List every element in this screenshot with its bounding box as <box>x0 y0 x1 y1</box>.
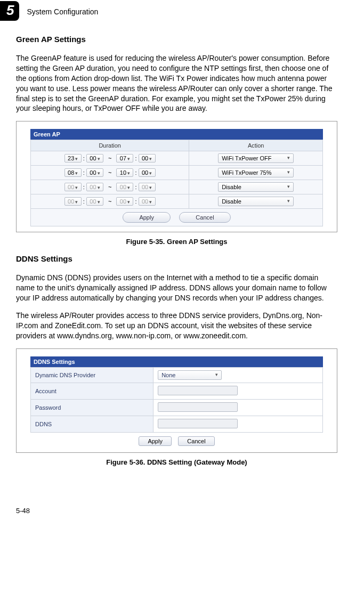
apply-button[interactable]: Apply <box>123 212 171 223</box>
minute-end-select: 00▾ <box>139 183 156 191</box>
chevron-down-icon: ▾ <box>74 185 78 190</box>
ddns-input[interactable] <box>158 419 238 428</box>
table-row: 00▾ : 00▾ ~ 00▾ : 00▾ Disable▾ <box>31 194 323 209</box>
ddns-table: Dynamic DNS Provider None▾ Account Passw… <box>30 367 323 433</box>
label-password: Password <box>31 399 153 416</box>
chevron-down-icon: ▾ <box>74 156 78 161</box>
minute-end-select[interactable]: 00▾ <box>139 168 156 177</box>
figure-caption-ddns: Figure 5-36. DDNS Setting (Gateway Mode) <box>16 458 337 466</box>
chevron-down-icon: ▾ <box>96 185 100 190</box>
hour-start-select[interactable]: 23▾ <box>64 154 82 163</box>
chevron-down-icon: ▾ <box>286 198 290 204</box>
minute-start-select[interactable]: 00▾ <box>86 154 103 163</box>
table-row: 00▾ : 00▾ ~ 00▾ : 00▾ Disable▾ <box>31 180 323 194</box>
ddns-paragraph-1: Dynamic DNS (DDNS) provides users on the… <box>16 273 337 303</box>
chevron-down-icon: ▾ <box>126 185 130 190</box>
minute-end-select: 00▾ <box>139 197 156 206</box>
minute-end-select[interactable]: 00▾ <box>139 154 156 163</box>
hour-end-select: 00▾ <box>116 183 133 191</box>
range-separator: ~ <box>105 184 115 190</box>
minute-start-select[interactable]: 00▾ <box>86 168 103 177</box>
label-account: Account <box>31 383 153 399</box>
chevron-down-icon: ▾ <box>286 155 290 160</box>
chevron-down-icon: ▾ <box>74 170 78 176</box>
greenap-panel-title: Green AP <box>30 129 323 140</box>
range-separator: ~ <box>105 169 115 176</box>
chevron-down-icon: ▾ <box>96 170 100 176</box>
table-row: 23▾ : 00▾ ~ 07▾ : 00▾ WiFi TxPower OFF▾ <box>31 151 323 166</box>
minute-start-select: 00▾ <box>86 197 103 206</box>
chevron-down-icon: ▾ <box>148 170 152 176</box>
chapter-number: 5 <box>0 1 19 21</box>
chevron-down-icon: ▾ <box>126 170 130 176</box>
ddns-paragraph-2: The wireless AP/Router provides access t… <box>16 311 337 341</box>
chevron-down-icon: ▾ <box>96 156 100 161</box>
range-separator: ~ <box>105 155 115 161</box>
hour-end-select[interactable]: 07▾ <box>116 154 133 163</box>
action-select[interactable]: WiFi TxPower OFF▾ <box>218 153 294 163</box>
figure-caption-greenap: Figure 5-35. Green AP Settings <box>16 238 337 246</box>
hour-start-select: 00▾ <box>64 183 82 191</box>
hour-end-select: 00▾ <box>116 197 133 206</box>
hour-start-select[interactable]: 08▾ <box>64 168 82 177</box>
greenap-paragraph: The GreenAP feature is used for reducing… <box>16 53 337 113</box>
page-number: 5-48 <box>16 507 364 515</box>
chapter-title: System Configuration <box>27 6 98 16</box>
chapter-header: 5 System Configuration <box>0 0 364 21</box>
chevron-down-icon: ▾ <box>148 199 152 205</box>
action-select[interactable]: Disable▾ <box>218 197 294 206</box>
figure-greenap: Green AP Duration Action 23▾ : 00▾ ~ 07▾… <box>16 121 337 232</box>
action-select[interactable]: WiFi TxPower 75%▾ <box>218 168 294 177</box>
range-separator: ~ <box>105 198 115 205</box>
chevron-down-icon: ▾ <box>286 184 290 189</box>
hour-start-select: 00▾ <box>64 197 82 206</box>
chevron-down-icon: ▾ <box>126 199 130 205</box>
chevron-down-icon: ▾ <box>126 156 130 161</box>
label-provider: Dynamic DNS Provider <box>31 367 153 383</box>
label-ddns: DDNS <box>31 416 153 432</box>
col-duration: Duration <box>31 140 189 151</box>
button-bar: Apply Cancel <box>30 209 323 226</box>
hour-end-select[interactable]: 10▾ <box>116 168 133 177</box>
chevron-down-icon: ▾ <box>148 185 152 190</box>
section-heading-greenap: Green AP Settings <box>16 35 337 44</box>
provider-select[interactable]: None▾ <box>158 370 222 380</box>
button-bar: Apply Cancel <box>30 433 323 447</box>
cancel-button[interactable]: Cancel <box>179 212 230 223</box>
section-heading-ddns: DDNS Settings <box>16 254 337 263</box>
figure-ddns: DDNS Settings Dynamic DNS Provider None▾… <box>16 348 337 453</box>
chevron-down-icon: ▾ <box>148 156 152 161</box>
col-action: Action <box>189 140 323 151</box>
greenap-table: Duration Action 23▾ : 00▾ ~ 07▾ : 00▾ Wi… <box>30 140 323 209</box>
apply-button[interactable]: Apply <box>139 436 172 446</box>
minute-start-select: 00▾ <box>86 183 103 191</box>
account-input[interactable] <box>158 386 238 395</box>
cancel-button[interactable]: Cancel <box>178 436 214 446</box>
chevron-down-icon: ▾ <box>214 372 218 377</box>
chevron-down-icon: ▾ <box>74 199 78 205</box>
action-select[interactable]: Disable▾ <box>218 182 294 192</box>
chevron-down-icon: ▾ <box>96 199 100 205</box>
ddns-panel-title: DDNS Settings <box>30 356 323 367</box>
table-row: 08▾ : 00▾ ~ 10▾ : 00▾ WiFi TxPower 75%▾ <box>31 166 323 180</box>
password-input[interactable] <box>158 402 238 412</box>
chevron-down-icon: ▾ <box>286 169 290 175</box>
